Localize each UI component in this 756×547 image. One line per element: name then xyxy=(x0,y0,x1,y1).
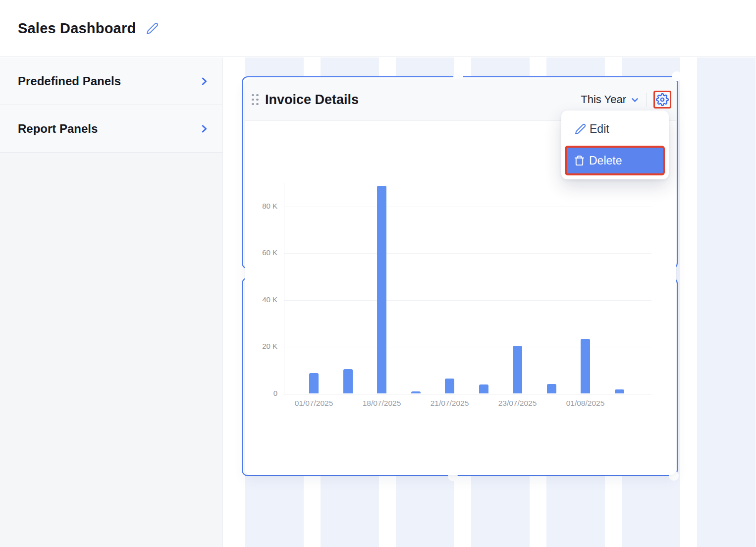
panel-header-controls: This Year xyxy=(581,91,671,109)
delete-menu-item[interactable]: Delete xyxy=(565,146,665,175)
bar xyxy=(615,389,624,394)
x-axis-tick-label: 21/07/2025 xyxy=(415,399,485,408)
dashboard-canvas: Invoice Details This Year xyxy=(223,57,756,547)
y-axis-tick-label: 80 K xyxy=(248,202,277,210)
gear-icon xyxy=(656,93,669,106)
period-selector[interactable]: This Year xyxy=(581,93,639,106)
page-title: Sales Dashboard xyxy=(18,20,136,37)
delete-menu-item-label: Delete xyxy=(589,154,622,167)
bar xyxy=(411,391,421,394)
y-axis-tick-label: 20 K xyxy=(248,342,277,350)
bar xyxy=(581,339,590,394)
gridline xyxy=(284,207,651,207)
bar xyxy=(547,384,556,393)
y-axis-line xyxy=(284,183,284,394)
bar xyxy=(445,379,454,394)
annotation-highlight-gear xyxy=(653,91,671,109)
chevron-right-icon xyxy=(199,76,210,87)
edit-menu-item-label: Edit xyxy=(590,122,609,136)
edit-menu-item[interactable]: Edit xyxy=(561,115,669,142)
trash-icon xyxy=(574,155,585,166)
bar xyxy=(513,346,522,393)
edit-pencil-icon xyxy=(146,22,159,35)
bar xyxy=(479,384,488,394)
drag-handle-icon[interactable] xyxy=(252,94,259,106)
top-header-band: Sales Dashboard xyxy=(0,0,756,57)
bar xyxy=(309,373,319,394)
x-axis-tick-label: 23/07/2025 xyxy=(483,399,552,408)
period-selector-value: This Year xyxy=(581,93,626,106)
rename-dashboard-button[interactable] xyxy=(146,22,159,35)
gridline xyxy=(284,347,651,347)
gridline xyxy=(284,253,651,254)
sidebar-item-report-panels[interactable]: Report Panels xyxy=(0,105,222,153)
y-axis-tick-label: 40 K xyxy=(248,295,277,304)
panel-title: Invoice Details xyxy=(265,92,359,108)
panel-settings-button[interactable] xyxy=(656,93,669,107)
sidebar: Predefined Panels Report Panels xyxy=(0,57,223,547)
chevron-down-icon xyxy=(631,96,639,104)
pencil-icon xyxy=(575,123,586,135)
sidebar-item-label: Predefined Panels xyxy=(18,74,121,88)
sidebar-item-predefined-panels[interactable]: Predefined Panels xyxy=(0,57,222,105)
gridline xyxy=(284,300,651,301)
gridline xyxy=(284,394,651,394)
bar xyxy=(377,186,386,394)
header-divider xyxy=(647,93,647,107)
settings-dropdown-menu: Edit Delete xyxy=(561,110,669,179)
y-axis-tick-label: 60 K xyxy=(248,248,277,257)
y-axis-tick-label: 0 xyxy=(248,389,277,397)
sidebar-item-label: Report Panels xyxy=(18,122,98,136)
x-axis-tick-label: 18/07/2025 xyxy=(347,399,417,408)
x-axis-tick-label: 01/08/2025 xyxy=(551,399,620,408)
chevron-right-icon xyxy=(199,123,210,134)
x-axis-tick-label: 01/07/2025 xyxy=(279,399,349,408)
bar xyxy=(343,369,353,394)
